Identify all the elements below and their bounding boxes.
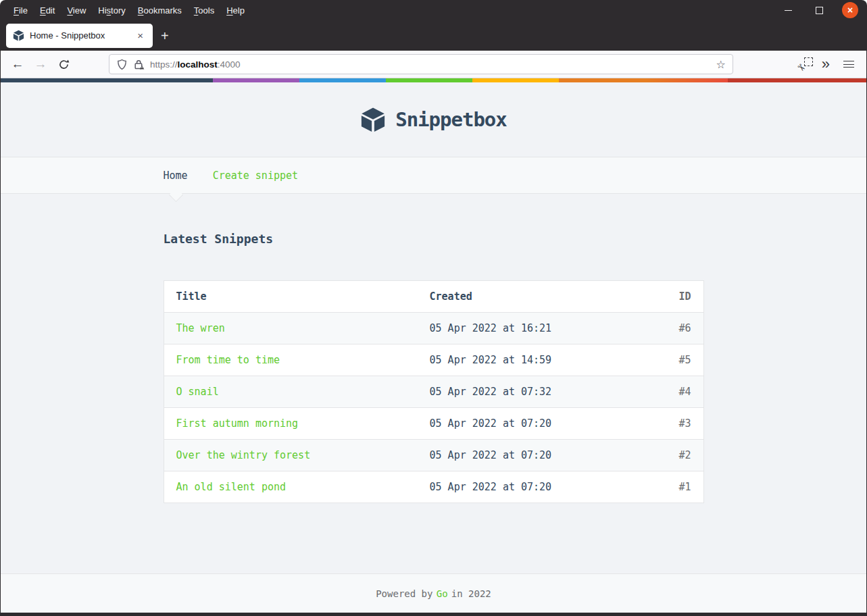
snippet-created-cell: 05 Apr 2022 at 07:32 [418,376,646,408]
snippet-id-cell: #3 [646,408,703,440]
snippet-link[interactable]: The wren [176,322,225,334]
snippet-id-cell: #1 [646,471,703,503]
snippetbox-logo-icon[interactable] [360,107,386,132]
snippet-created-cell: 05 Apr 2022 at 07:20 [418,408,646,440]
menu-edit[interactable]: Edit [34,3,61,18]
toolbar-right-icons: ✂ » [797,56,861,72]
snippets-table: Title Created ID The wren 05 Apr 2022 at… [164,280,704,503]
snippet-title-cell: An old silent pond [164,471,418,503]
site-title[interactable]: Snippetbox [395,108,507,131]
table-header-row: Title Created ID [164,281,703,313]
snippet-title-cell: The wren [164,313,418,344]
shield-icon[interactable] [116,59,128,70]
close-icon: × [847,5,853,15]
reload-icon [58,59,70,70]
snippet-title-cell: From time to time [164,344,418,376]
snippet-row: From time to time 05 Apr 2022 at 14:59 #… [164,344,703,376]
browser-window: File Edit View History Bookmarks Tools H… [0,0,867,616]
menu-bookmarks[interactable]: Bookmarks [132,3,188,18]
bookmark-star-icon[interactable]: ☆ [716,58,725,71]
overflow-menu-button[interactable]: » [818,57,833,72]
app-menu-button[interactable] [841,56,857,72]
column-header-title: Title [164,281,418,313]
snippet-id-cell: #5 [646,344,703,376]
snippet-created-cell: 05 Apr 2022 at 16:21 [418,313,646,344]
snippet-row: O snail 05 Apr 2022 at 07:32 #4 [164,376,703,408]
snippet-id-cell: #4 [646,376,703,408]
snippet-created-cell: 05 Apr 2022 at 07:20 [418,471,646,503]
tab-close-icon[interactable]: × [134,29,146,42]
tab-home-snippetbox[interactable]: Home - Snippetbox × [6,24,153,48]
site-nav: Home Create snippet [1,157,866,194]
snippet-link[interactable]: O snail [176,386,219,398]
reload-button[interactable] [52,54,75,74]
footer-suffix: in 2022 [451,588,491,599]
navigation-toolbar: ← → https://localhost:4000 ☆ ✂ [1,51,866,78]
url-scheme: https:// [150,59,178,70]
snippet-title-cell: Over the wintry forest [164,440,418,471]
snippet-link[interactable]: Over the wintry forest [176,449,311,461]
forward-button[interactable]: → [29,54,52,74]
footer-text: Powered byGoin 2022 [376,588,491,599]
footer-go-link[interactable]: Go [437,588,448,599]
snippet-id-cell: #2 [646,440,703,471]
menu-view[interactable]: View [61,3,92,18]
menu-file[interactable]: File [7,3,34,18]
snippet-title-cell: First autumn morning [164,408,418,440]
window-controls: × [765,2,866,18]
maximize-icon [816,7,823,14]
minimize-button[interactable] [780,2,796,18]
column-header-created: Created [418,281,646,313]
main-content: Latest Snippets Title Created ID The wre… [164,194,704,573]
page-content: Snippetbox Home Create snippet Latest Sn… [1,82,866,613]
menu-bar: File Edit View History Bookmarks Tools H… [1,0,866,20]
minimize-icon [785,10,792,11]
url-bar[interactable]: https://localhost:4000 ☆ [109,54,733,74]
back-button[interactable]: ← [6,54,29,74]
nav-link-create-snippet[interactable]: Create snippet [213,170,298,182]
snippet-row: An old silent pond 05 Apr 2022 at 07:20 … [164,471,703,503]
screenshot-button[interactable]: ✂ [797,56,814,72]
snippet-link[interactable]: First autumn morning [176,417,299,430]
footer-prefix: Powered by [376,588,432,599]
site-footer: Powered byGoin 2022 [1,573,866,613]
page-title: Latest Snippets [164,232,704,246]
nav-link-home[interactable]: Home [164,170,188,182]
tab-bar: Home - Snippetbox × + [1,20,866,51]
site-header: Snippetbox [1,82,866,157]
menu-tools[interactable]: Tools [188,3,220,18]
snippet-link[interactable]: From time to time [176,354,280,366]
maximize-button[interactable] [811,2,827,18]
table-body: The wren 05 Apr 2022 at 16:21 #6 From ti… [164,313,703,503]
snippet-row: Over the wintry forest 05 Apr 2022 at 07… [164,440,703,471]
snippet-created-cell: 05 Apr 2022 at 07:20 [418,440,646,471]
snippet-row: The wren 05 Apr 2022 at 16:21 #6 [164,313,703,344]
lock-warning-icon[interactable] [133,59,145,70]
new-tab-button[interactable]: + [153,28,177,44]
menu-history[interactable]: History [92,3,131,18]
favicon-cube-icon [13,30,24,41]
snippet-row: First autumn morning 05 Apr 2022 at 07:2… [164,408,703,440]
url-host: localhost [178,59,218,70]
snippet-link[interactable]: An old silent pond [176,481,287,493]
snippet-created-cell: 05 Apr 2022 at 14:59 [418,344,646,376]
url-port: :4000 [218,59,241,70]
snippet-title-cell: O snail [164,376,418,408]
column-header-id: ID [646,281,703,313]
snippet-id-cell: #6 [646,313,703,344]
url-text: https://localhost:4000 [150,59,241,70]
tab-title: Home - Snippetbox [30,30,129,41]
close-button[interactable]: × [842,2,858,18]
menu-help[interactable]: Help [220,3,251,18]
